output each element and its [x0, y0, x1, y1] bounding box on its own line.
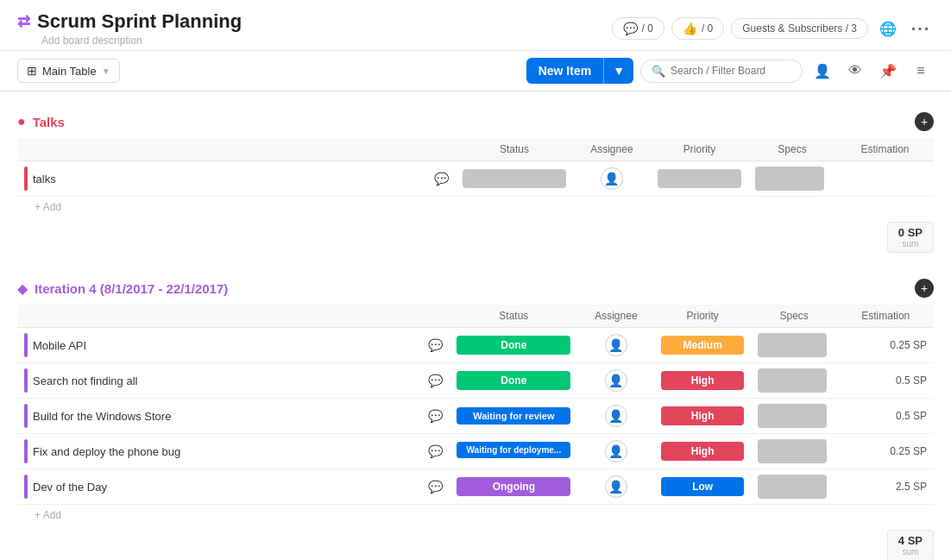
main-table-btn[interactable]: ⊞ Main Table ▼ — [17, 59, 120, 83]
search-input[interactable] — [671, 65, 791, 77]
status-badge[interactable]: Done — [457, 336, 570, 355]
col-priority-header: Priority — [654, 305, 750, 328]
col-status-header: Status — [456, 138, 573, 161]
search-box[interactable]: 🔍 — [640, 60, 803, 83]
col-name-header — [17, 305, 450, 328]
priority-badge[interactable]: High — [661, 406, 743, 425]
talks-table: Status Assignee Priority Specs Estimatio… — [17, 138, 934, 217]
user-avatar-btn[interactable]: 👤 — [809, 58, 835, 84]
specs-cell[interactable] — [758, 404, 827, 428]
priority-badge[interactable] — [658, 169, 741, 188]
pin-btn[interactable]: 📌 — [875, 58, 901, 84]
item-name: talks — [33, 173, 429, 186]
iter4-collapse-icon[interactable]: ◆ — [17, 280, 28, 297]
talks-title[interactable]: Talks — [33, 115, 65, 129]
new-item-label: New Item — [526, 58, 603, 84]
status-badge[interactable]: Ongoing — [457, 477, 570, 496]
specs-cell[interactable] — [758, 439, 827, 463]
eye-btn[interactable]: 👁 — [842, 58, 868, 84]
person-icon: 👤 — [608, 444, 623, 458]
talks-collapse-icon[interactable]: ● — [17, 114, 26, 129]
specs-cell[interactable] — [758, 333, 827, 357]
group-talks: ● Talks + Status Assignee Priority Specs… — [17, 112, 934, 258]
priority-badge[interactable]: Low — [661, 477, 743, 496]
assignee-avatar[interactable]: 👤 — [605, 405, 627, 427]
new-item-btn[interactable]: New Item ▼ — [526, 58, 633, 84]
add-row: + Add — [17, 197, 934, 217]
estimation-cell — [836, 161, 934, 197]
user-icon: 👤 — [814, 63, 831, 79]
guests-label: Guests & Subscribers / 3 — [742, 22, 857, 35]
item-name: Fix and deploy the phone bug — [33, 445, 423, 458]
comment-icon[interactable]: 💬 — [428, 374, 443, 387]
priority-badge[interactable]: High — [661, 442, 743, 461]
comment-icon[interactable]: 💬 — [428, 444, 443, 458]
color-bar — [24, 404, 28, 428]
pin-icon: 📌 — [879, 63, 897, 79]
specs-cell[interactable] — [758, 368, 827, 393]
table-row: talks 💬 👤 — [17, 161, 934, 197]
color-bar — [24, 439, 28, 463]
assignee-avatar[interactable]: 👤 — [605, 440, 627, 462]
comments-count: / 0 — [642, 22, 653, 35]
item-name: Search not finding all — [33, 374, 423, 387]
col-estimation-header: Estimation — [836, 138, 934, 161]
comment-icon[interactable]: 💬 — [428, 480, 443, 494]
talks-sum-label: sum — [898, 239, 923, 249]
talks-add-row-btn[interactable]: + Add — [24, 201, 61, 213]
priority-badge[interactable]: Medium — [661, 336, 743, 355]
iter4-col-headers: Status Assignee Priority Specs Estimatio… — [17, 305, 934, 328]
comments-stat-btn[interactable]: 💬 / 0 — [612, 17, 664, 40]
assignee-avatar[interactable]: 👤 — [605, 369, 627, 392]
iter4-sum-label: sum — [898, 547, 923, 557]
estimation-value: 0.5 SP — [838, 399, 934, 434]
guests-btn[interactable]: Guests & Subscribers / 3 — [731, 18, 868, 39]
iter4-table: Status Assignee Priority Specs Estimatio… — [17, 305, 934, 525]
status-badge[interactable] — [463, 169, 566, 188]
iter4-add-row-btn[interactable]: + Add — [24, 509, 61, 521]
assignee-avatar[interactable]: 👤 — [605, 475, 627, 498]
iter4-sum-value: 4 SP — [898, 534, 923, 547]
more-options-btn[interactable]: ··· — [908, 16, 934, 41]
toolbar-left: ⊞ Main Table ▼ — [17, 59, 120, 83]
status-badge[interactable]: Done — [457, 371, 570, 390]
iter4-add-btn[interactable]: + — [915, 279, 934, 298]
table-row: Fix and deploy the phone bug 💬 Waiting f… — [17, 434, 934, 469]
col-specs-header: Specs — [748, 138, 836, 161]
filter-btn[interactable]: ≡ — [908, 58, 934, 84]
status-badge[interactable]: Waiting for deployme... — [457, 442, 570, 458]
comment-icon[interactable]: 💬 — [428, 409, 443, 423]
status-badge[interactable]: Waiting for review — [457, 407, 570, 425]
col-priority-header: Priority — [651, 138, 748, 161]
toolbar-right: New Item ▼ 🔍 👤 👁 📌 ≡ — [526, 58, 934, 84]
title-text: Scrum Sprint Planning — [37, 10, 242, 33]
chevron-down-icon: ▼ — [102, 66, 110, 76]
search-icon: 🔍 — [652, 65, 665, 78]
person-icon: 👤 — [604, 172, 619, 186]
assignee-avatar[interactable]: 👤 — [601, 167, 623, 190]
header-left: ⇄ Scrum Sprint Planning Add board descri… — [17, 10, 242, 47]
item-name: Dev of the Day — [33, 481, 423, 494]
assignee-avatar[interactable]: 👤 — [605, 334, 627, 356]
person-icon: 👤 — [608, 480, 623, 494]
likes-stat-btn[interactable]: 👍 / 0 — [671, 17, 724, 40]
comment-icon[interactable]: 💬 — [428, 338, 443, 352]
iter4-title[interactable]: Iteration 4 (8/1/2017 - 22/1/2017) — [35, 281, 228, 296]
ellipsis-icon: ··· — [911, 19, 931, 39]
table-row: Build for the Windows Store 💬 Waiting fo… — [17, 399, 934, 434]
estimation-value: 2.5 SP — [838, 469, 934, 505]
new-item-dropdown-arrow[interactable]: ▼ — [603, 58, 633, 84]
person-icon: 👤 — [608, 374, 623, 387]
comment-icon[interactable]: 💬 — [434, 172, 449, 186]
comment-icon: 💬 — [623, 22, 638, 35]
priority-badge[interactable]: High — [661, 371, 743, 390]
table-row: Dev of the Day 💬 Ongoing 👤 Low 2.5 SP — [17, 469, 934, 505]
add-row: + Add — [17, 505, 934, 525]
add-user-icon-btn[interactable]: 🌐 — [875, 16, 901, 41]
talks-col-headers: Status Assignee Priority Specs Estimatio… — [17, 138, 934, 161]
specs-cell[interactable] — [758, 475, 827, 499]
main-table-label: Main Table — [42, 65, 97, 78]
talks-add-btn[interactable]: + — [915, 112, 934, 131]
eye-icon: 👁 — [848, 63, 862, 79]
specs-cell[interactable] — [755, 167, 824, 191]
